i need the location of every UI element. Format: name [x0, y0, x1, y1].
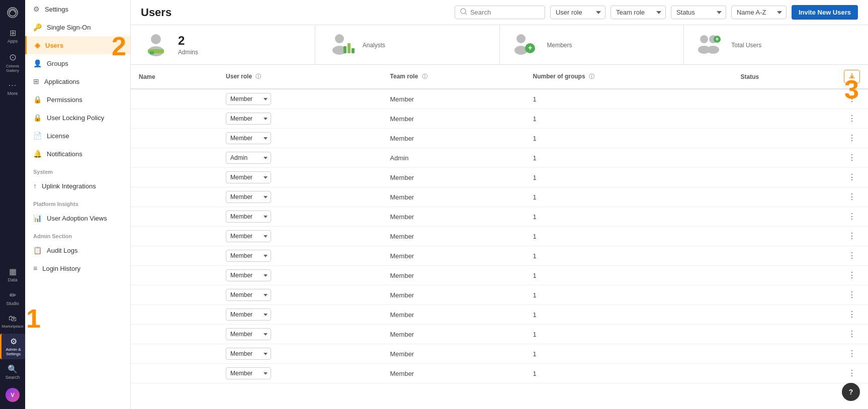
cell-name [131, 344, 218, 364]
cell-name [131, 148, 218, 168]
nav-item-gallery[interactable]: ⊙ CelonisGallery [0, 49, 25, 76]
nav-item-search-label: Search [6, 375, 20, 380]
sort-filter[interactable]: Name A-Z Name Z-A [731, 6, 787, 19]
user-role-select[interactable]: MemberAdminAnalyst [226, 348, 271, 360]
page-title: Users [141, 6, 171, 19]
icon-nav: ⊞ Apps ⊙ CelonisGallery ··· More ▦ Data … [0, 0, 25, 409]
user-role-select[interactable]: MemberAdminAnalyst [226, 191, 271, 203]
more-options-button[interactable]: ⋮ [844, 152, 860, 163]
analysts-label: Analysts [363, 42, 385, 49]
sidebar-section-system: System [25, 163, 130, 177]
sidebar-item-users[interactable]: ◈ Users [25, 36, 130, 54]
more-options-button[interactable]: ⋮ [844, 250, 860, 261]
sidebar-item-settings[interactable]: ⚙ Settings [25, 0, 130, 18]
nav-item-search[interactable]: 🔍 Search [0, 361, 25, 383]
sidebar-groups-label: Groups [47, 60, 68, 67]
table-row: MemberAdminAnalystMember1⋮ [131, 325, 868, 344]
svg-text:+: + [528, 44, 532, 52]
cell-user-role: MemberAdminAnalyst [218, 305, 382, 325]
cell-status: ⋮ [733, 207, 868, 226]
cell-groups: 1 [525, 168, 733, 187]
user-role-select[interactable]: MemberAdminAnalyst [226, 113, 271, 125]
sidebar-item-permissions[interactable]: 🔒 Permissions [25, 90, 130, 109]
svg-point-7 [335, 34, 344, 43]
search-input[interactable] [470, 9, 540, 16]
cell-groups: 1 [525, 187, 733, 207]
sidebar-item-uplink[interactable]: ↑ Uplink Integrations [25, 177, 130, 195]
user-role-select[interactable]: MemberAdminAnalyst [226, 309, 271, 321]
more-options-button[interactable]: ⋮ [844, 348, 860, 359]
svg-point-16 [700, 35, 708, 43]
user-role-select[interactable]: MemberAdminAnalyst [226, 289, 271, 301]
cell-user-role: MemberAdminAnalyst [218, 344, 382, 364]
invite-new-users-button[interactable]: Invite New Users [792, 5, 858, 20]
cell-name [131, 285, 218, 305]
user-role-select[interactable]: MemberAdminAnalyst [226, 269, 271, 281]
nav-item-marketplace-label: Marketplace [2, 324, 24, 329]
more-options-button[interactable]: ⋮ [844, 328, 860, 340]
more-options-button[interactable]: ⋮ [844, 191, 860, 202]
user-role-select[interactable]: MemberAdminAnalyst [226, 152, 271, 164]
nav-item-apps[interactable]: ⊞ Apps [0, 25, 25, 47]
cell-groups: 1 [525, 344, 733, 364]
user-role-select[interactable]: MemberAdminAnalyst [226, 171, 271, 183]
user-role-select[interactable]: MemberAdminAnalyst [226, 367, 271, 379]
sidebar-item-user-adoption[interactable]: 📊 User Adoption Views [25, 209, 130, 227]
more-options-button[interactable]: ⋮ [844, 113, 860, 124]
cell-status: ⋮ [733, 227, 868, 245]
help-button[interactable]: ? [842, 383, 860, 401]
sidebar-item-license[interactable]: 📄 License [25, 127, 130, 145]
status-filter[interactable]: Status Active Inactive [671, 6, 726, 19]
download-button[interactable] [844, 70, 860, 83]
table-row: MemberAdminAnalystMember1⋮ [131, 187, 868, 207]
sidebar-item-groups[interactable]: 👤 Groups [25, 54, 130, 72]
more-options-button[interactable]: ⋮ [844, 211, 860, 222]
more-options-button[interactable]: ⋮ [844, 93, 860, 105]
cell-user-role: MemberAdminAnalyst [218, 89, 382, 109]
cell-name [131, 168, 218, 187]
nav-item-more-label: More [8, 91, 18, 96]
more-options-button[interactable]: ⋮ [844, 367, 860, 379]
nav-item-logo[interactable] [0, 4, 25, 23]
sidebar-item-sso[interactable]: 🔑 Single Sign-On [25, 18, 130, 36]
sidebar-item-user-locking[interactable]: 🔒 User Locking Policy [25, 109, 130, 127]
user-role-filter[interactable]: User role Admin Member [550, 6, 605, 19]
nav-item-studio[interactable]: ✏ Studio [0, 287, 25, 309]
stat-admins: 2 Admins [131, 25, 315, 64]
groups-icon: 👤 [33, 59, 42, 67]
users-icon: ◈ [35, 41, 40, 49]
user-role-select[interactable]: MemberAdminAnalyst [226, 93, 271, 105]
user-role-select[interactable]: MemberAdminAnalyst [226, 328, 271, 340]
cell-team-role: Member [382, 344, 525, 364]
sidebar-item-audit-logs[interactable]: 📋 Audit Logs [25, 241, 130, 259]
nav-item-data[interactable]: ▦ Data [0, 264, 25, 285]
more-options-button[interactable]: ⋮ [844, 309, 860, 320]
cell-status: ⋮ [733, 305, 868, 324]
settings-icon: ⚙ [33, 5, 40, 13]
nav-item-more[interactable]: ··· More [0, 78, 25, 99]
nav-item-marketplace[interactable]: 🛍 Marketplace [0, 311, 25, 332]
locking-icon: 🔒 [33, 114, 42, 122]
more-options-button[interactable]: ⋮ [844, 230, 860, 242]
sidebar-item-notifications[interactable]: 🔔 Notifications [25, 145, 130, 163]
team-role-filter[interactable]: Team role Admin Member [611, 6, 666, 19]
col-status: Status [733, 65, 868, 89]
more-options-button[interactable]: ⋮ [844, 171, 860, 183]
nav-user-avatar[interactable]: V [0, 385, 25, 405]
sidebar-item-applications[interactable]: ⊞ Applications [25, 72, 130, 90]
user-role-select[interactable]: MemberAdminAnalyst [226, 211, 271, 223]
user-role-select[interactable]: MemberAdminAnalyst [226, 250, 271, 262]
user-role-select[interactable]: MemberAdminAnalyst [226, 132, 271, 144]
sidebar-settings-label: Settings [45, 6, 68, 13]
total-users-illustration: + [694, 32, 724, 57]
cell-team-role: Member [382, 187, 525, 207]
more-options-button[interactable]: ⋮ [844, 269, 860, 281]
nav-item-admin[interactable]: ⚙ Admin &Settings [0, 334, 25, 359]
svg-point-3 [151, 34, 161, 44]
user-adoption-icon: 📊 [33, 214, 42, 222]
user-role-select[interactable]: MemberAdminAnalyst [226, 230, 271, 242]
sidebar-item-login-history[interactable]: ≡ Login History [25, 259, 130, 277]
more-options-button[interactable]: ⋮ [844, 289, 860, 300]
more-options-button[interactable]: ⋮ [844, 132, 860, 144]
cell-user-role: MemberAdminAnalyst [218, 207, 382, 227]
